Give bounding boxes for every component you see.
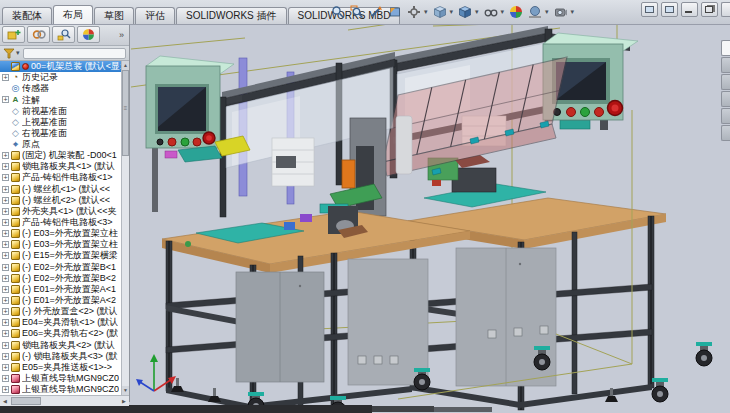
- mate-button[interactable]: [27, 26, 50, 43]
- dropdown-caret[interactable]: ▾: [475, 8, 479, 16]
- expand-toggle[interactable]: +: [2, 386, 9, 393]
- view-settings-icon[interactable]: [553, 4, 569, 20]
- scroll-thumb[interactable]: [122, 70, 129, 156]
- expand-toggle[interactable]: +: [2, 342, 9, 349]
- scroll-down-arrow[interactable]: ▼: [122, 386, 129, 395]
- edit-appearance-icon[interactable]: [508, 4, 524, 20]
- tree-item[interactable]: +(固定) 机架装配 -D00<1: [0, 150, 121, 161]
- taskpane-tab-5[interactable]: [721, 108, 730, 124]
- tree-item[interactable]: +(-) E01=外壳放置架A<2: [0, 295, 121, 306]
- restore-button[interactable]: [701, 2, 718, 17]
- expand-toggle[interactable]: +: [2, 297, 9, 304]
- tab-草图[interactable]: 草图: [94, 7, 134, 24]
- tree-item[interactable]: +E05=夹具推送板<1>->: [0, 362, 121, 373]
- scroll-left-arrow[interactable]: ◀: [0, 396, 10, 406]
- taskpane-tab-6[interactable]: [721, 125, 730, 141]
- move-component-button[interactable]: [52, 26, 75, 43]
- tree-horizontal-scrollbar[interactable]: ◀ ▶: [0, 395, 129, 406]
- tree-item[interactable]: +(-) E03=外壳放置架立柱: [0, 239, 121, 250]
- tree-item[interactable]: ◇前视基准面: [0, 106, 121, 117]
- taskpane-tab-1[interactable]: [721, 40, 730, 56]
- expand-toggle[interactable]: +: [2, 252, 9, 259]
- document-window-button-1[interactable]: [641, 2, 658, 17]
- expand-toggle[interactable]: +: [2, 286, 9, 293]
- scroll-thumb[interactable]: [11, 397, 41, 405]
- tree-item[interactable]: +(-) E03=外壳放置架立柱: [0, 228, 121, 239]
- scroll-right-arrow[interactable]: ▶: [119, 396, 129, 406]
- filter-funnel-icon[interactable]: [3, 48, 15, 59]
- tab-评估[interactable]: 评估: [135, 7, 175, 24]
- insert-component-button[interactable]: [2, 26, 25, 43]
- tree-item[interactable]: +A注解: [0, 94, 121, 105]
- expand-toggle[interactable]: +: [2, 230, 9, 237]
- tree-filter-field[interactable]: [23, 48, 126, 59]
- close-button[interactable]: [721, 2, 730, 17]
- tree-item[interactable]: ⌖原点: [0, 139, 121, 150]
- tree-item[interactable]: +(-) 螺丝机<2> (默认<<: [0, 195, 121, 206]
- tree-item[interactable]: +上银直线导轨MGN9CZ0: [0, 373, 121, 384]
- expand-toggle[interactable]: +: [2, 197, 9, 204]
- assembly-motion-icon[interactable]: [406, 4, 422, 20]
- tree-item[interactable]: +E06=夹具滑轨右<2> (默: [0, 328, 121, 339]
- dropdown-caret[interactable]: ▾: [571, 8, 575, 16]
- expand-toggle[interactable]: +: [2, 96, 9, 103]
- tree-item[interactable]: +锁电路板夹具<2> (默认: [0, 340, 121, 351]
- tree-item[interactable]: +(-) E02=外壳放置架B<2: [0, 273, 121, 284]
- expand-toggle[interactable]: +: [2, 241, 9, 248]
- expand-toggle[interactable]: +: [2, 330, 9, 337]
- zoom-to-area-icon[interactable]: [349, 4, 365, 20]
- hide-show-items-icon[interactable]: [483, 4, 499, 20]
- tree-item[interactable]: +锁电路板夹具<1> (默认: [0, 161, 121, 172]
- tree-item[interactable]: +(-) 锁电路板夹具<3> (默: [0, 351, 121, 362]
- tree-item[interactable]: +上银直线导轨MGN9CZ0: [0, 384, 121, 395]
- expand-toggle[interactable]: +: [2, 186, 9, 193]
- tree-item[interactable]: +产品-铸铝件电路板<3>: [0, 217, 121, 228]
- tree-item[interactable]: +(-) E15=外壳放置架横梁: [0, 250, 121, 261]
- tree-item[interactable]: +(-) E01=外壳放置架A<1: [0, 284, 121, 295]
- expand-toggle[interactable]: +: [2, 275, 9, 282]
- scroll-up-arrow[interactable]: ▲: [122, 61, 129, 70]
- previous-view-icon[interactable]: [368, 4, 384, 20]
- expand-toggle[interactable]: +: [2, 308, 9, 315]
- expand-toggle[interactable]: +: [2, 219, 9, 226]
- tree-item[interactable]: +产品-铸铝件电路板<1>: [0, 172, 121, 183]
- apply-scene-icon[interactable]: [527, 4, 543, 20]
- tree-item[interactable]: 00=机架总装 (默认<显示: [0, 61, 121, 72]
- document-window-button-2[interactable]: [661, 2, 678, 17]
- expand-toggle[interactable]: +: [2, 353, 9, 360]
- expand-toggle[interactable]: +: [2, 319, 9, 326]
- filter-caret[interactable]: ▾: [16, 49, 20, 57]
- expand-toggle[interactable]: +: [2, 364, 9, 371]
- tree-item[interactable]: ◎传感器: [0, 83, 121, 94]
- tree-item[interactable]: +(-) E02=外壳放置架B<1: [0, 262, 121, 273]
- expand-toggle[interactable]: +: [2, 74, 9, 81]
- tree-item[interactable]: +E04=夹具滑轨<1> (默认: [0, 317, 121, 328]
- minimize-button[interactable]: [681, 2, 698, 17]
- tree-item[interactable]: +外壳夹具<1> (默认<<夹: [0, 206, 121, 217]
- taskpane-tab-3[interactable]: [721, 74, 730, 90]
- tree-item[interactable]: ◇上视基准面: [0, 117, 121, 128]
- dropdown-caret[interactable]: ▾: [545, 8, 549, 16]
- tree-item[interactable]: +(-) 螺丝机<1> (默认<<: [0, 184, 121, 195]
- dropdown-caret[interactable]: ▾: [501, 8, 505, 16]
- tree-item[interactable]: +(-) 外壳放置盒<2> (默认: [0, 306, 121, 317]
- tab-布局[interactable]: 布局: [53, 5, 93, 24]
- taskpane-tab-4[interactable]: [721, 91, 730, 107]
- quick-tools-overflow[interactable]: »: [119, 30, 127, 40]
- tab-SOLIDWORKS 插件[interactable]: SOLIDWORKS 插件: [176, 7, 287, 24]
- expand-toggle[interactable]: +: [2, 208, 9, 215]
- tree-vertical-scrollbar[interactable]: ▲ ▼: [121, 61, 129, 395]
- tab-装配体[interactable]: 装配体: [2, 7, 52, 24]
- display-style-icon[interactable]: [457, 4, 473, 20]
- dropdown-caret[interactable]: ▾: [450, 8, 454, 16]
- expand-toggle[interactable]: +: [2, 375, 9, 382]
- view-orientation-icon[interactable]: [432, 4, 448, 20]
- appearance-button[interactable]: [77, 26, 100, 43]
- expand-toggle[interactable]: +: [2, 163, 9, 170]
- tree-item[interactable]: +◔历史记录: [0, 72, 121, 83]
- tree-item[interactable]: ◇右视基准面: [0, 128, 121, 139]
- section-view-icon[interactable]: [387, 4, 403, 20]
- expand-toggle[interactable]: +: [2, 152, 9, 159]
- zoom-to-fit-icon[interactable]: [330, 4, 346, 20]
- dropdown-caret[interactable]: ▾: [424, 8, 428, 16]
